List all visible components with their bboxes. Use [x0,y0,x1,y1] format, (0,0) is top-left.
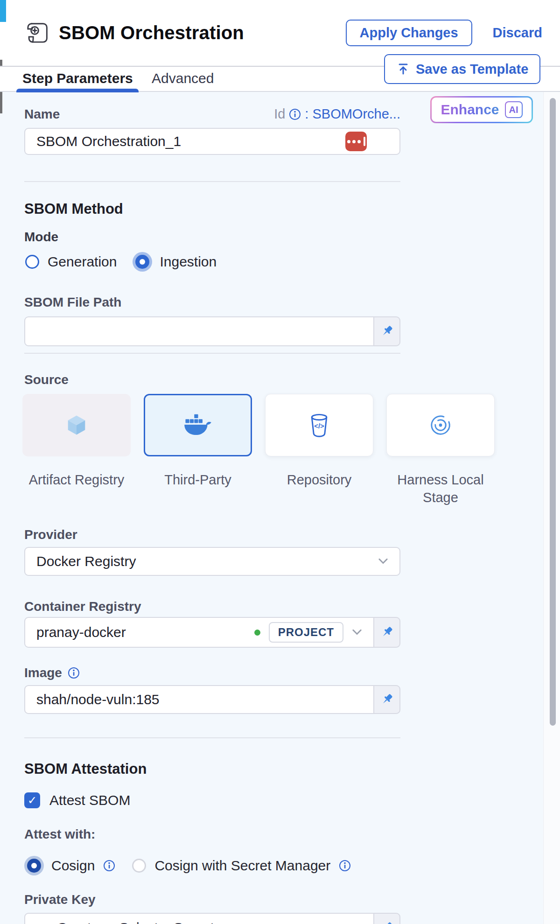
source-card-label: Repository [287,471,352,489]
private-key-label: Private Key [24,892,96,907]
sbom-orchestration-panel: SBOM Orchestration Apply Changes Discard… [0,0,560,924]
provider-value: Docker Registry [36,553,136,569]
source-card-group: Artifact Registry Third-Party [22,394,495,506]
radio-cosign-secret-manager-label: Cosign with Secret Manager [154,858,330,874]
source-card-label: Harness Local Stage [386,471,495,506]
source-card-repository[interactable]: </> [265,394,373,456]
discard-button[interactable]: Discard [493,25,542,41]
sbom-file-path-pin-button[interactable] [374,316,400,346]
tab-advanced[interactable]: Advanced [152,70,214,86]
section-divider [24,181,400,182]
attest-with-label: Attest with: [24,827,95,842]
source-card-artifact-registry[interactable] [22,394,131,456]
orbit-icon [428,413,453,437]
container-registry-input[interactable] [36,624,246,640]
radio-cosign-label: Cosign [51,858,95,874]
image-info-icon[interactable] [68,667,80,679]
source-card-label: Third-Party [164,471,231,489]
provider-select[interactable]: Docker Registry [24,547,400,576]
attest-sbom-checkbox[interactable] [24,792,40,808]
page-title: SBOM Orchestration [59,22,244,43]
mode-label: Mode [24,230,58,245]
private-key-pin-button[interactable] [374,913,400,924]
lastpass-extension-icon[interactable] [345,132,367,151]
top-left-accent [0,0,6,22]
radio-cosign-secret-manager[interactable] [132,859,146,873]
source-card-harness-local-stage[interactable] [386,394,495,456]
step-scroll-icon [24,21,49,46]
id-info-icon[interactable] [289,108,301,120]
cube-icon [63,412,90,438]
image-label: Image [24,665,62,680]
source-card-third-party[interactable] [144,394,252,456]
section-divider [24,353,400,354]
sbom-file-path-input[interactable] [36,323,362,339]
sbom-attestation-heading: SBOM Attestation [24,761,147,777]
connector-status-dot [254,630,260,636]
repository-icon: </> [308,413,330,437]
image-pin-button[interactable] [374,685,400,714]
radio-ingestion[interactable] [135,255,149,269]
chevron-down-icon[interactable] [352,629,362,636]
active-tab-underline [16,89,139,92]
sbom-file-path-label: SBOM File Path [24,295,121,310]
upload-icon [396,62,410,76]
name-input[interactable] [36,133,345,149]
save-as-template-label: Save as Template [416,62,528,77]
container-registry-label: Container Registry [24,599,141,614]
cosign-info-icon[interactable] [103,860,115,872]
radio-cosign[interactable] [27,859,41,873]
name-label: Name [24,107,60,122]
enhance-label: Enhance [441,102,499,118]
provider-label: Provider [24,527,77,542]
private-key-value[interactable]: Create or Select a Secret [57,920,214,924]
cosign-secret-manager-info-icon[interactable] [339,860,351,872]
radio-generation-label: Generation [48,254,117,270]
tab-step-parameters[interactable]: Step Parameters [22,70,133,86]
section-divider [24,737,400,738]
radio-ingestion-label: Ingestion [160,254,217,270]
ai-badge: AI [505,101,523,118]
save-as-template-button[interactable]: Save as Template [384,54,540,84]
docker-icon [183,413,212,437]
scope-badge: PROJECT [269,622,343,643]
scrollbar-thumb[interactable] [550,98,556,726]
svg-text:</>: </> [314,422,324,430]
chevron-down-icon [378,558,388,565]
radio-generation[interactable] [25,255,39,269]
step-id-value[interactable]: : SBOMOrche... [305,106,400,122]
container-registry-pin-button[interactable] [374,617,400,648]
apply-changes-button[interactable]: Apply Changes [346,20,472,46]
secret-key-icon [36,921,49,924]
image-input[interactable] [36,692,362,707]
attest-sbom-label: Attest SBOM [49,792,130,808]
enhance-ai-button[interactable]: Enhance AI [430,96,533,123]
source-card-label: Artifact Registry [29,471,125,489]
sbom-method-heading: SBOM Method [24,201,123,217]
source-label: Source [24,372,69,387]
id-label: Id [274,106,285,122]
